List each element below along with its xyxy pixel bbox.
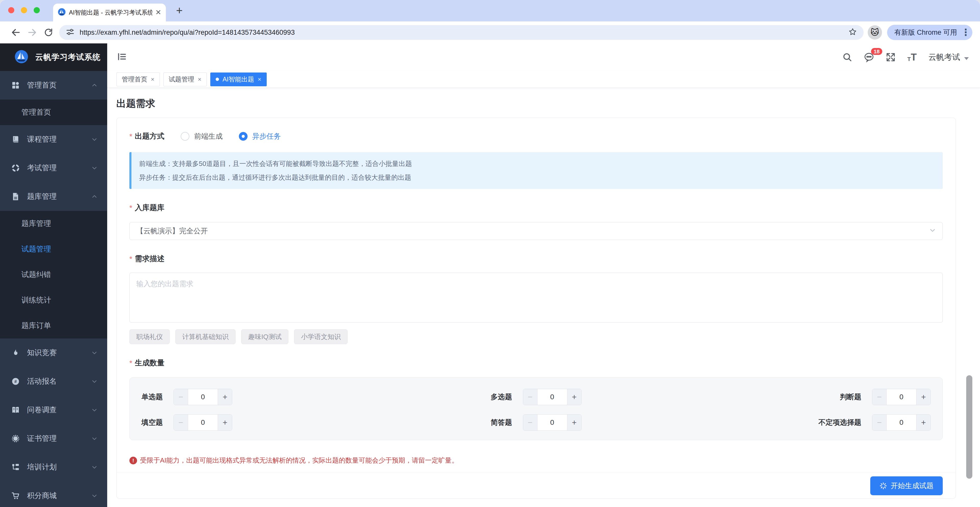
browser-tabstrip: AI智能出题 - 云帆学习考试系统 ✕ + (0, 0, 980, 21)
site-settings-icon[interactable] (66, 27, 75, 37)
stepper-value[interactable]: 0 (188, 415, 218, 430)
view-tag[interactable]: 试题管理× (163, 72, 207, 86)
sidebar-item-label: 活动报名 (27, 376, 91, 386)
messages-icon[interactable]: 18 (864, 52, 874, 62)
favicon (58, 8, 66, 17)
points-mall-icon (11, 491, 20, 500)
sidebar-item-4[interactable]: 知识竞赛 (0, 338, 107, 367)
font-size-icon[interactable]: TT (907, 52, 917, 62)
ai-warning: ! 受限于AI能力，出题可能出现格式异常或无法解析的情况，实际出题的数量可能会少… (129, 456, 943, 465)
increase-button[interactable]: + (916, 415, 931, 430)
decrease-button[interactable]: − (174, 389, 188, 405)
minimize-window-button[interactable] (21, 7, 27, 13)
number-stepper: −0+ (173, 415, 232, 430)
back-icon[interactable] (8, 27, 24, 38)
suggestion-chip[interactable]: 职场礼仪 (129, 329, 170, 344)
chrome-update-button[interactable]: 有新版 Chrome 可用 ⋮ (887, 25, 972, 40)
view-tag[interactable]: AI智能出题× (210, 72, 267, 86)
increase-button[interactable]: + (567, 389, 581, 405)
decrease-button[interactable]: − (523, 415, 538, 430)
sidebar-item-label: 知识竞赛 (27, 348, 91, 358)
browser-tab[interactable]: AI智能出题 - 云帆学习考试系统 ✕ (53, 3, 166, 21)
repo-label: *入库题库 (129, 203, 943, 213)
stepper-value[interactable]: 0 (538, 415, 567, 430)
sidebar-subitem[interactable]: 题库管理 (0, 211, 107, 236)
zoom-window-button[interactable] (34, 7, 40, 13)
sidebar-submenu: 管理首页 (0, 100, 107, 125)
number-stepper: −0+ (523, 389, 582, 405)
desc-textarea[interactable] (129, 273, 943, 323)
main-area: 18 TT 云帆考试 管理首页×试题管理×AI智能出题× 出题需求 *出题方式 (107, 43, 980, 507)
sidebar-subitem[interactable]: 训练统计 (0, 287, 107, 313)
new-tab-button[interactable]: + (176, 4, 183, 17)
sidebar-item-label: 问卷调查 (27, 405, 91, 415)
sidebar-item-1[interactable]: 课程管理 (0, 125, 107, 154)
method-radio[interactable]: 前端生成 (181, 131, 223, 141)
sidebar-item-0[interactable]: 管理首页 (0, 71, 107, 100)
info-alert: 前端生成：支持最多50道题目，且一次性会话有可能被截断导致出题不完整，适合小批量… (129, 152, 943, 189)
increase-button[interactable]: + (218, 389, 232, 405)
stepper-value[interactable]: 0 (188, 389, 218, 405)
page-scrollbar-thumb[interactable] (966, 375, 972, 479)
chevron-down-icon (91, 136, 97, 142)
tab-close-icon[interactable]: ✕ (156, 9, 161, 16)
close-window-button[interactable] (8, 7, 14, 13)
repo-select[interactable]: 【云帆演示】完全公开 (129, 222, 943, 240)
user-menu[interactable]: 云帆考试 (928, 52, 969, 62)
decrease-button[interactable]: − (872, 389, 886, 405)
sidebar-item-9[interactable]: 积分商城 (0, 481, 107, 507)
sidebar-item-7[interactable]: 证书管理 (0, 424, 107, 453)
stepper-value[interactable]: 0 (886, 389, 916, 405)
sidebar-item-6[interactable]: 问卷调查 (0, 396, 107, 424)
generate-questions-button[interactable]: 开始生成试题 (870, 477, 943, 495)
browser-addressbar: https://exam.yfhl.net/admin/repo/qu/ai?r… (0, 21, 980, 43)
count-cell: 填空题−0+ (142, 415, 404, 430)
sidebar-item-5[interactable]: #活动报名 (0, 367, 107, 396)
suggestion-chip[interactable]: 计算机基础知识 (175, 329, 235, 344)
sidebar-subitem[interactable]: 管理首页 (0, 100, 107, 125)
sidebar-item-2[interactable]: 考试管理 (0, 154, 107, 182)
increase-button[interactable]: + (567, 415, 581, 430)
stepper-value[interactable]: 0 (538, 389, 567, 405)
increase-button[interactable]: + (218, 415, 232, 430)
search-icon[interactable] (842, 52, 852, 62)
sidebar-subitem[interactable]: 试题管理 (0, 236, 107, 262)
method-radio[interactable]: 异步任务 (239, 131, 281, 141)
sidebar-item-8[interactable]: 培训计划 (0, 453, 107, 481)
browser-menu-icon[interactable]: ⋮ (961, 27, 969, 38)
method-radio-group: 前端生成异步任务 (164, 131, 281, 141)
increase-button[interactable]: + (916, 389, 931, 405)
suggestion-chip[interactable]: 趣味IQ测试 (241, 329, 288, 344)
chevron-down-icon (91, 407, 97, 413)
suggestion-chip[interactable]: 小学语文知识 (294, 329, 348, 344)
fullscreen-icon[interactable] (886, 52, 896, 62)
chevron-down-icon (91, 165, 97, 171)
close-tag-icon[interactable]: × (198, 77, 201, 83)
browser-tab-title: AI智能出题 - 云帆学习考试系统 (69, 8, 152, 17)
chevron-down-icon (91, 378, 97, 384)
number-stepper: −0+ (173, 389, 232, 405)
method-row: *出题方式 前端生成异步任务 (129, 131, 943, 142)
profile-avatar[interactable]: 🐱 (868, 25, 882, 40)
view-tag[interactable]: 管理首页× (116, 72, 160, 86)
sparkle-icon (880, 482, 887, 489)
collapse-sidebar-icon[interactable] (117, 51, 127, 63)
number-stepper: −0+ (872, 415, 931, 430)
chevron-down-icon (91, 350, 97, 356)
sidebar-item-label: 证书管理 (27, 434, 91, 444)
count-type-label: 多选题 (491, 392, 512, 402)
bookmark-star-icon[interactable] (848, 27, 857, 37)
sidebar-subitem[interactable]: 试题纠错 (0, 262, 107, 287)
app-root: 云帆学习考试系统 管理首页管理首页课程管理考试管理题库管理题库管理试题管理试题纠… (0, 43, 980, 507)
decrease-button[interactable]: − (174, 415, 188, 430)
reload-icon[interactable] (40, 27, 57, 37)
sidebar-subitem[interactable]: 题库订单 (0, 313, 107, 338)
decrease-button[interactable]: − (523, 389, 538, 405)
close-tag-icon[interactable]: × (258, 77, 261, 83)
decrease-button[interactable]: − (872, 415, 886, 430)
url-bar[interactable]: https://exam.yfhl.net/admin/repo/qu/ai?r… (59, 25, 864, 40)
url-text[interactable]: https://exam.yfhl.net/admin/repo/qu/ai?r… (80, 29, 843, 37)
stepper-value[interactable]: 0 (886, 415, 916, 430)
sidebar-item-3[interactable]: 题库管理 (0, 182, 107, 211)
close-tag-icon[interactable]: × (151, 77, 154, 83)
